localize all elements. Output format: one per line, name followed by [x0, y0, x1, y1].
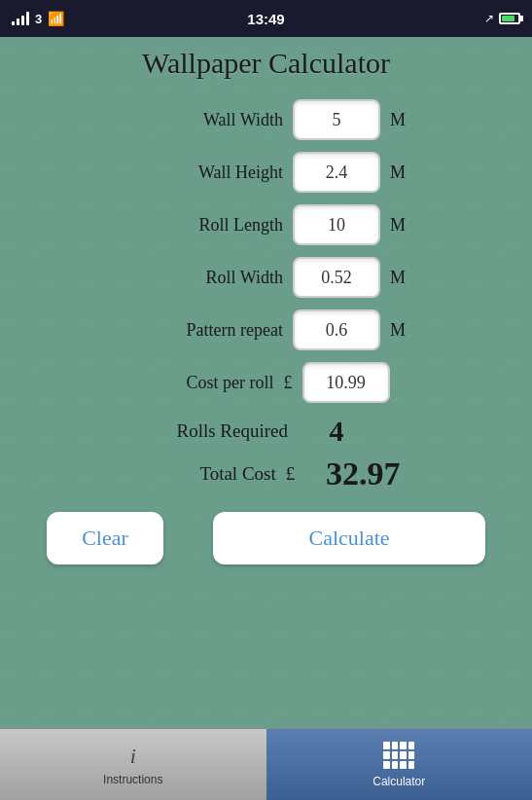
clear-button[interactable]: Clear: [47, 512, 163, 564]
location-icon: ↗: [484, 12, 494, 25]
carrier-label: 3: [35, 12, 42, 26]
wall-width-row: Wall Width M: [19, 99, 513, 140]
status-bar: 3 📶 13:49 ↗: [0, 0, 532, 37]
wall-width-input[interactable]: [293, 99, 380, 140]
wall-width-unit: M: [390, 110, 414, 130]
rolls-required-label: Rolls Required: [123, 420, 288, 442]
roll-width-label: Roll Width: [118, 268, 283, 288]
rolls-required-row: Rolls Required 4: [19, 415, 513, 448]
status-right: ↗: [484, 12, 520, 25]
pattern-repeat-label: Pattern repeat: [118, 320, 283, 341]
total-cost-currency: £: [286, 463, 296, 485]
wall-width-label: Wall Width: [118, 110, 283, 130]
status-time: 13:49: [247, 11, 284, 27]
total-cost-value: 32.97: [304, 455, 421, 492]
pattern-repeat-row: Pattern repeat M: [19, 309, 513, 350]
cost-per-roll-row: Cost per roll £: [19, 362, 513, 403]
calculator-icon: [383, 742, 414, 769]
roll-width-input[interactable]: [293, 257, 380, 298]
instructions-icon: i: [130, 744, 136, 769]
calculate-button[interactable]: Calculate: [213, 512, 485, 564]
wall-height-input[interactable]: [293, 152, 380, 193]
wall-height-label: Wall Height: [118, 163, 283, 183]
rolls-required-value: 4: [298, 415, 375, 448]
pattern-repeat-unit: M: [390, 320, 414, 341]
wall-height-row: Wall Height M: [19, 152, 513, 193]
wifi-icon: 📶: [48, 11, 64, 26]
tab-bar: i Instructions Calculator: [0, 728, 532, 800]
total-cost-label: Total Cost: [111, 463, 276, 485]
roll-length-label: Roll Length: [118, 215, 283, 236]
tab-instructions[interactable]: i Instructions: [0, 729, 266, 800]
battery-icon: [499, 13, 520, 24]
roll-width-unit: M: [390, 268, 414, 288]
rolls-unit-placeholder: [385, 422, 409, 440]
buttons-row: Clear Calculate: [19, 512, 513, 564]
cost-per-roll-input[interactable]: [302, 362, 390, 403]
roll-length-input[interactable]: [293, 204, 380, 245]
roll-width-row: Roll Width M: [19, 257, 513, 298]
wall-height-unit: M: [390, 163, 414, 183]
app-title: Wallpaper Calculator: [19, 47, 513, 80]
total-cost-row: Total Cost £ 32.97: [19, 455, 513, 492]
pattern-repeat-input[interactable]: [293, 309, 380, 350]
tab-calculator-label: Calculator: [372, 775, 425, 788]
signal-icon: [12, 12, 29, 25]
roll-length-unit: M: [390, 215, 414, 236]
tab-calculator[interactable]: Calculator: [266, 729, 533, 800]
roll-length-row: Roll Length M: [19, 204, 513, 245]
status-left: 3 📶: [12, 11, 64, 26]
cost-per-roll-label: Cost per roll: [109, 373, 274, 393]
tab-instructions-label: Instructions: [103, 773, 162, 786]
main-content: Wallpaper Calculator Wall Width M Wall H…: [0, 37, 532, 728]
cost-unit-placeholder: [400, 373, 424, 393]
cost-currency-symbol: £: [284, 373, 293, 393]
